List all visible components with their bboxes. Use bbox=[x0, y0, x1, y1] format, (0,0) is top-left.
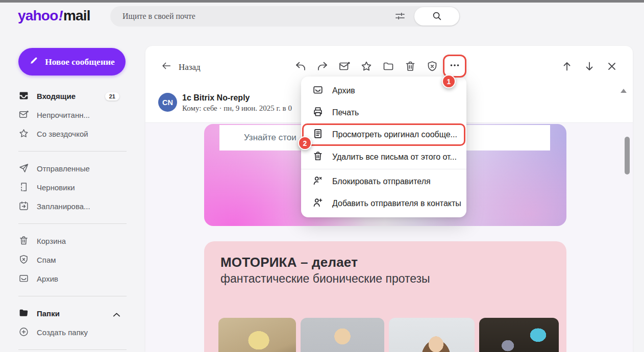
mail-unread-icon bbox=[18, 109, 29, 121]
next-message-icon[interactable] bbox=[583, 60, 596, 72]
person-plus-icon bbox=[312, 197, 324, 210]
chevron-up-icon[interactable] bbox=[111, 310, 119, 318]
sidebar-item-starred[interactable]: Со звездочкой bbox=[18, 124, 127, 143]
sidebar-item-inbox[interactable]: Входящие 21 bbox=[18, 87, 127, 106]
promo-photo-1[interactable] bbox=[218, 318, 296, 352]
sidebar-item-label: Черновики bbox=[37, 183, 75, 192]
yahoo-mail-app: yahoo!mail Новое сообщение Входящие 21 Н… bbox=[0, 0, 644, 352]
recipient-date-line: Кому: себе · пн, 9 июн. 2025 г. в 0 bbox=[182, 104, 292, 113]
more-options-menu: Архив Печать Просмотреть оригинал сообще… bbox=[301, 77, 466, 217]
search-bar[interactable] bbox=[110, 6, 460, 27]
annotation-step-1-badge: 1 bbox=[442, 74, 456, 88]
printer-icon bbox=[312, 106, 324, 119]
message-toolbar bbox=[294, 60, 438, 72]
promo-photo-2[interactable] bbox=[301, 318, 384, 352]
delete-icon[interactable] bbox=[404, 60, 416, 72]
archive-icon bbox=[18, 273, 29, 285]
scrollbar-thumb[interactable] bbox=[625, 137, 630, 174]
sidebar-item-create-folder[interactable]: Создать папку bbox=[18, 323, 127, 342]
search-filters-icon[interactable] bbox=[394, 10, 406, 22]
draft-icon bbox=[18, 182, 29, 194]
avatar: CN bbox=[158, 93, 177, 112]
sidebar-item-label: Архив bbox=[37, 274, 58, 283]
menu-item-label: Печать bbox=[332, 108, 359, 117]
logo-yahoo-text: yahoo bbox=[18, 8, 58, 23]
menu-item-label: Добавить отправителя в контакты bbox=[332, 199, 461, 208]
pencil-icon bbox=[29, 56, 39, 68]
promo-photo-4[interactable] bbox=[479, 318, 559, 352]
sidebar-item-drafts[interactable]: Черновики bbox=[18, 178, 127, 197]
back-button[interactable]: Назад bbox=[161, 60, 201, 74]
compose-label: Новое сообщение bbox=[45, 57, 115, 67]
sidebar-item-sent[interactable]: Отправленные bbox=[18, 159, 127, 178]
compose-button[interactable]: Новое сообщение bbox=[18, 48, 126, 76]
menu-item-label: Блокировать отправителя bbox=[332, 177, 431, 186]
plus-circle-icon bbox=[18, 326, 29, 339]
person-x-icon bbox=[312, 175, 324, 188]
star-icon bbox=[18, 128, 29, 140]
logo-mail-text: mail bbox=[63, 8, 90, 23]
message-nav-toolbar bbox=[561, 60, 618, 72]
folder-icon bbox=[18, 308, 29, 320]
menu-divider bbox=[301, 169, 466, 169]
menu-item-delete-all-from-sender[interactable]: Удалить все письма от этого от... bbox=[301, 146, 466, 168]
sidebar-item-label: Отправленные bbox=[37, 164, 90, 173]
sidebar-divider bbox=[18, 223, 127, 224]
forward-icon[interactable] bbox=[316, 60, 329, 72]
search-button[interactable] bbox=[414, 7, 459, 26]
menu-item-block-sender[interactable]: Блокировать отправителя bbox=[301, 170, 466, 192]
promo-photo-3[interactable] bbox=[389, 318, 475, 352]
sidebar-item-folders[interactable]: Папки bbox=[18, 304, 127, 323]
menu-item-print[interactable]: Печать bbox=[301, 102, 466, 123]
trash-icon bbox=[312, 150, 324, 164]
sidebar-item-label: Входящие bbox=[37, 92, 76, 100]
close-icon[interactable] bbox=[606, 60, 618, 72]
sidebar-item-trash[interactable]: Корзина bbox=[18, 232, 127, 250]
sidebar-divider bbox=[18, 296, 127, 296]
sidebar-item-archive[interactable]: Архив bbox=[18, 269, 127, 288]
sidebar-item-spam[interactable]: Спам bbox=[18, 250, 127, 269]
promo-headline-rest: фантастические бионические протезы bbox=[220, 272, 430, 286]
paper-plane-icon bbox=[18, 163, 29, 175]
star-icon[interactable] bbox=[360, 60, 373, 72]
scrollbar-up-arrow[interactable] bbox=[621, 89, 627, 93]
folder-list: Входящие 21 Непрочитанн... Со звездочкой… bbox=[18, 87, 127, 352]
sidebar-item-label: Непрочитанн... bbox=[37, 111, 90, 119]
sidebar-item-label: Папки bbox=[37, 309, 60, 318]
spam-icon[interactable] bbox=[426, 60, 438, 72]
sidebar-divider bbox=[18, 151, 127, 152]
menu-item-view-raw-message[interactable]: Просмотреть оригинал сообще... bbox=[302, 123, 465, 146]
trash-icon bbox=[18, 235, 29, 247]
ellipsis-icon bbox=[449, 59, 461, 73]
sidebar-item-label: Создать папку bbox=[37, 328, 88, 337]
yahoo-mail-logo[interactable]: yahoo!mail bbox=[18, 8, 90, 24]
sender-name: 1c Bitrix No-reply bbox=[182, 93, 250, 103]
email-promo-card: МОТОРИКА – делает фантастические биониче… bbox=[204, 241, 566, 352]
search-icon bbox=[431, 10, 442, 23]
inbox-count-badge: 21 bbox=[105, 92, 119, 100]
logo-bang: ! bbox=[58, 8, 63, 23]
promo-photo-row bbox=[218, 318, 559, 352]
browser-chrome-strip bbox=[0, 0, 644, 3]
promo-headline-bold: МОТОРИКА – делает bbox=[220, 255, 358, 270]
previous-message-icon[interactable] bbox=[561, 60, 573, 72]
document-lines-icon bbox=[312, 128, 324, 141]
more-options-button[interactable] bbox=[443, 55, 466, 78]
search-input[interactable] bbox=[110, 6, 394, 27]
menu-item-label: Удалить все письма от этого от... bbox=[332, 153, 457, 162]
shield-x-icon bbox=[18, 254, 29, 266]
sidebar-item-label: Корзина bbox=[37, 237, 66, 245]
reply-icon[interactable] bbox=[294, 60, 307, 72]
sidebar-item-label: Спам bbox=[37, 256, 56, 264]
sidebar-item-scheduled[interactable]: Запланирова... bbox=[18, 197, 127, 216]
sidebar-item-label: Со звездочкой bbox=[37, 130, 88, 138]
calendar-arrow-icon bbox=[18, 200, 29, 213]
archive-icon bbox=[312, 84, 324, 97]
move-to-folder-icon[interactable] bbox=[382, 60, 394, 72]
sidebar-divider bbox=[18, 349, 127, 350]
sidebar-item-unread[interactable]: Непрочитанн... bbox=[18, 106, 127, 124]
cta-text: Узнайте стои bbox=[244, 133, 296, 143]
back-label: Назад bbox=[179, 62, 201, 72]
menu-item-add-sender-to-contacts[interactable]: Добавить отправителя в контакты bbox=[301, 192, 466, 214]
mark-unread-icon[interactable] bbox=[338, 60, 351, 72]
